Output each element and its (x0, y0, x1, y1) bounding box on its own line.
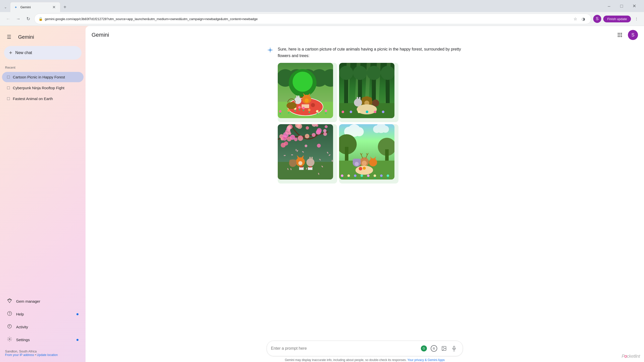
svg-rect-9 (621, 34, 622, 35)
recent-section-label: Recent (0, 64, 86, 71)
address-bar-actions: ☆ ◑ (572, 15, 587, 22)
image-grid (278, 63, 398, 184)
plus-icon: + (9, 50, 12, 56)
image-upload-button[interactable] (439, 344, 449, 353)
g-circle-icon: G (431, 345, 437, 352)
main-content: Gemini S (86, 26, 644, 362)
svg-point-14 (443, 347, 444, 348)
settings-notification-dot (76, 339, 78, 341)
gem-manager-button[interactable]: Gem manager (2, 295, 84, 307)
extension-button[interactable]: ◑ (580, 15, 587, 22)
back-button[interactable]: ← (4, 15, 12, 23)
chat-item-fastest-animal[interactable]: □ Fastest Animal on Earth (2, 94, 84, 104)
main-header-right: S (615, 30, 638, 40)
app-container: ☰ Gemini + New chat Recent □ Cartoon Pic… (0, 26, 644, 362)
user-avatar[interactable]: S (628, 30, 638, 40)
location-area: Sandton, South Africa From your IP addre… (0, 346, 86, 360)
tab-chevron-icon[interactable]: ⌄ (2, 4, 9, 11)
svg-rect-8 (619, 34, 620, 35)
bookmark-button[interactable]: ☆ (572, 15, 579, 22)
main-header: Gemini S (86, 26, 644, 44)
maximize-button[interactable]: □ (616, 2, 627, 10)
disclaimer-text: Gemini may display inaccurate info, incl… (285, 358, 407, 362)
finish-update-button[interactable]: Finish update (603, 16, 631, 22)
window-controls: – □ ✕ (603, 2, 642, 12)
message-content: Sure, here is a cartoon picture of cute … (278, 46, 463, 184)
settings-icon (7, 337, 12, 343)
location-name: Sandton, South Africa (5, 349, 80, 353)
activity-icon (7, 324, 12, 330)
address-bar[interactable]: 🔒 gemini.google.com/app/c3b83f7d1f212728… (34, 14, 591, 24)
message-text: Sure, here is a cartoon picture of cute … (278, 46, 463, 59)
input-box: G G (267, 341, 463, 356)
help-notification-dot (76, 313, 78, 315)
svg-point-3 (9, 339, 10, 340)
profile-area: S Finish update ⋮ (593, 15, 640, 23)
new-chat-button[interactable]: + New chat (4, 46, 82, 60)
tab-close-button[interactable]: ✕ (52, 4, 56, 10)
chat-list: □ Cartoon Picnic in Happy Forest □ Cyber… (0, 71, 86, 293)
url-text: gemini.google.com/app/c3b83f7d1f212728?u… (45, 17, 570, 21)
chrome-menu-button[interactable]: ⋮ (633, 15, 640, 22)
gem-manager-label: Gem manager (16, 299, 40, 303)
disclaimer: Gemini may display inaccurate info, incl… (252, 356, 478, 362)
svg-rect-6 (621, 33, 622, 34)
picnic-image-4[interactable] (339, 124, 398, 184)
picnic-image-2[interactable] (339, 63, 398, 122)
address-bar-row: ← → ↻ 🔒 gemini.google.com/app/c3b83f7d1f… (0, 12, 644, 26)
help-icon (7, 311, 12, 317)
location-sub: From your IP address • Update location (5, 353, 80, 357)
svg-rect-7 (618, 34, 619, 35)
help-button[interactable]: Help (2, 308, 84, 320)
activity-button[interactable]: Activity (2, 321, 84, 333)
svg-point-0 (8, 311, 12, 316)
close-window-button[interactable]: ✕ (628, 2, 640, 10)
forward-button[interactable]: → (14, 15, 22, 23)
chat-item-icon: □ (7, 85, 10, 90)
settings-button[interactable]: Settings (2, 334, 84, 346)
microphone-button[interactable] (450, 344, 459, 353)
sidebar-header: ☰ Gemini (0, 30, 86, 46)
settings-label: Settings (16, 338, 30, 342)
help-label: Help (16, 312, 24, 316)
chat-item-label: Fastest Animal on Earth (13, 97, 53, 101)
gem-icon (7, 298, 12, 304)
app-logo: Gemini (18, 34, 34, 40)
profile-avatar[interactable]: S (593, 15, 601, 23)
prompt-input[interactable] (271, 346, 416, 351)
apps-grid-button[interactable] (615, 30, 625, 40)
svg-rect-12 (621, 36, 622, 37)
reload-button[interactable]: ↻ (24, 15, 32, 23)
minimize-button[interactable]: – (603, 2, 615, 10)
activity-label: Activity (16, 325, 28, 329)
location-separator: • (35, 353, 36, 357)
main-title: Gemini (92, 32, 109, 38)
chat-item-label: Cyberpunk Ninja Rooftop Fight (13, 86, 64, 90)
watermark: Pocketlint (622, 354, 640, 359)
gemini-g-button[interactable]: G (429, 344, 438, 353)
new-chat-label: New chat (15, 51, 32, 55)
sidebar-bottom: Gem manager Help (0, 293, 86, 362)
picnic-image-3[interactable] (278, 124, 337, 184)
chat-area: Sure, here is a cartoon picture of cute … (252, 44, 478, 341)
hamburger-icon: ☰ (7, 34, 11, 40)
svg-rect-5 (619, 33, 620, 34)
chat-item-label: Cartoon Picnic in Happy Forest (13, 75, 65, 79)
hamburger-menu-button[interactable]: ☰ (4, 32, 14, 42)
chat-item-icon: □ (7, 74, 10, 80)
tab-bar: ⌄ ✦ Gemini ✕ + – □ ✕ (0, 0, 644, 12)
privacy-link[interactable]: Your privacy & Gemini Apps (408, 358, 445, 362)
message-row: Sure, here is a cartoon picture of cute … (267, 46, 463, 184)
sidebar: ☰ Gemini + New chat Recent □ Cartoon Pic… (0, 26, 86, 362)
active-tab[interactable]: ✦ Gemini ✕ (10, 2, 60, 12)
chat-item-cyberpunk[interactable]: □ Cyberpunk Ninja Rooftop Fight (2, 83, 84, 93)
gemini-mode-button[interactable]: G (419, 344, 428, 353)
chat-item-cartoon-picnic[interactable]: □ Cartoon Picnic in Happy Forest (2, 72, 84, 82)
update-location-link[interactable]: Update location (37, 353, 58, 357)
chat-item-icon: □ (7, 96, 10, 101)
picnic-image-1[interactable] (278, 63, 337, 122)
from-ip-text: From your IP address (5, 353, 34, 357)
svg-rect-4 (618, 33, 619, 34)
new-tab-button[interactable]: + (61, 4, 68, 11)
gemini-g-icon: G (421, 345, 427, 351)
